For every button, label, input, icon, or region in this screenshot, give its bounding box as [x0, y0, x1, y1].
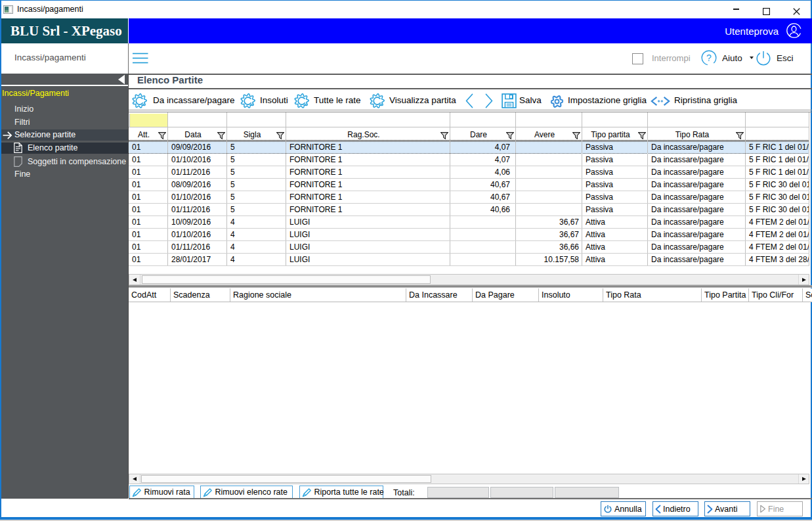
- svg-text:?: ?: [706, 53, 712, 63]
